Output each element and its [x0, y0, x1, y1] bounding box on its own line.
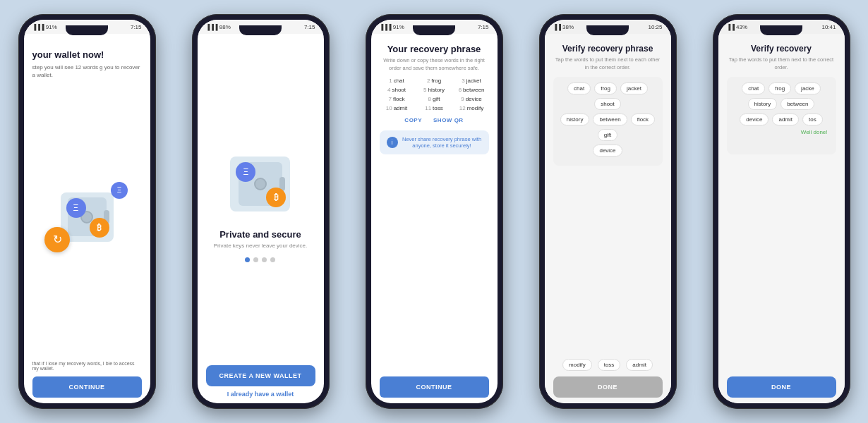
verify-title5: Verify recovery: [727, 44, 836, 54]
word-item-chat: 1chat: [380, 78, 414, 84]
word-chips-area5: chat frog jacke history between device a…: [727, 77, 836, 154]
chip5-chat[interactable]: chat: [742, 82, 765, 94]
continue-button3[interactable]: CONTINUE: [380, 376, 489, 398]
signal-icon3: ▐▐▐ 91%: [380, 24, 404, 30]
info-icon: i: [387, 137, 398, 148]
chip-toss[interactable]: toss: [598, 359, 621, 371]
chip5-tos[interactable]: tos: [802, 114, 823, 125]
time-display4: 10:25: [648, 24, 662, 30]
signal-icon: ▐▐▐ 91%: [32, 24, 57, 30]
chips-row3-5: device admit tos: [733, 114, 831, 125]
chip5-admit[interactable]: admit: [772, 114, 799, 125]
done-button5[interactable]: DONE: [727, 376, 836, 398]
create-wallet-button[interactable]: CREATE A NEW WALLET: [206, 365, 315, 386]
show-qr-button[interactable]: SHOW QR: [433, 117, 464, 123]
time-display3: 7:15: [478, 24, 489, 30]
bottom-chips-area4: modify toss admit: [553, 353, 663, 376]
chips-row3-4: device: [559, 145, 657, 157]
phone5-notch: [760, 25, 802, 35]
chip5-jacket[interactable]: jacke: [795, 82, 821, 94]
phone1-subtitle: step you will see 12 words g you to reco…: [32, 63, 142, 79]
chip-chat[interactable]: chat: [567, 82, 591, 94]
phone3-screen: ▐▐▐ 91% 7:15 Your recovery phrase Write …: [371, 20, 498, 403]
done-button4[interactable]: DONE: [553, 376, 663, 398]
recovery-phrase-sub: Write down or copy these words in the ri…: [380, 57, 489, 72]
verify-title4: Verify recovery phrase: [553, 44, 663, 54]
signal-icon2: ▐▐▐ 88%: [206, 24, 231, 30]
phone2-content: Ξ ₿ Private and secure Private keys neve…: [198, 34, 324, 403]
already-have-wallet-link[interactable]: I already have a wallet: [206, 391, 315, 398]
chips-row2-5: history between: [733, 98, 831, 110]
chip5-history[interactable]: history: [748, 98, 778, 110]
phone1-notch: [66, 25, 108, 35]
phone4-notch: [586, 25, 629, 35]
phone3-top: Your recovery phrase Write down or copy …: [380, 44, 489, 160]
phone2-buttons: CREATE A NEW WALLET I already have a wal…: [206, 365, 315, 398]
phone1-bottom: that if I lose my recovery words, I ble …: [32, 358, 142, 398]
words-grid: 1chat2frog3jacket4shoot5history6between7…: [380, 78, 489, 111]
phone4-screen: ▐▐ 38% 10:25 Verify recovery phrase Tap …: [545, 20, 671, 403]
eth-coin2: Ξ: [236, 162, 255, 182]
safe-illustration: Ξ ₿ ↻ Ξ: [52, 185, 122, 249]
chip-modify[interactable]: modify: [562, 359, 592, 371]
chips-row1-5: chat frog jacke: [733, 82, 831, 94]
phone2: ▐▐▐ 88% 7:15 Ξ ₿: [192, 14, 330, 409]
phone1-content: your wallet now! step you will see 12 wo…: [24, 34, 150, 403]
chip-history[interactable]: history: [560, 114, 590, 125]
recovery-phrase-title: Your recovery phrase: [380, 44, 489, 54]
chip-flock[interactable]: flock: [631, 114, 655, 125]
private-secure-title: Private and secure: [219, 229, 301, 240]
word-item-toss: 11toss: [417, 105, 452, 111]
phone1-wrapper: ▐▐▐ 91% 7:15 your wallet now! step you w…: [0, 7, 174, 416]
chip5-device[interactable]: device: [740, 114, 768, 125]
phone3: ▐▐▐ 91% 7:15 Your recovery phrase Write …: [366, 14, 503, 409]
dots-indicator: [245, 257, 275, 262]
phone5-content: Verify recovery Tap the words to put the…: [718, 34, 845, 403]
chip-gift[interactable]: gift: [598, 129, 618, 141]
chip-shoot[interactable]: shoot: [594, 98, 621, 110]
word-item-shoot: 4shoot: [380, 87, 414, 93]
phone4-content: Verify recovery phrase Tap the words to …: [545, 34, 671, 403]
safe-body2: Ξ ₿: [230, 157, 290, 212]
chip-jacket[interactable]: jacket: [620, 82, 648, 94]
word-item-history: 5history: [417, 87, 452, 93]
word-item-gift: 8gift: [417, 96, 452, 102]
phone3-content: Your recovery phrase Write down or copy …: [371, 34, 498, 403]
chip-between[interactable]: between: [593, 114, 627, 125]
phone4: ▐▐ 38% 10:25 Verify recovery phrase Tap …: [539, 14, 677, 409]
eth-coin: Ξ: [66, 198, 86, 218]
copy-row: COPY SHOW QR: [380, 117, 489, 123]
dot-2: [253, 257, 258, 262]
chip-admit[interactable]: admit: [626, 359, 653, 371]
chip5-between[interactable]: between: [780, 98, 814, 110]
chips-row2-4: history between flock gift: [559, 114, 657, 141]
chips-row1-4: chat frog jacket shoot: [559, 82, 657, 110]
bottom-note: that if I lose my recovery words, I ble …: [32, 361, 142, 371]
phone2-screen: ▐▐▐ 88% 7:15 Ξ ₿: [198, 20, 324, 403]
continue-button[interactable]: CONTINUE: [32, 376, 142, 398]
btc-coin2: ₿: [266, 188, 286, 207]
eth-small-coin: Ξ: [111, 182, 128, 199]
chip5-frog[interactable]: frog: [768, 82, 791, 94]
copy-button[interactable]: COPY: [404, 117, 422, 123]
signal-icon5: ▐▐ 43%: [727, 24, 748, 30]
phone4-top: Verify recovery phrase Tap the words to …: [553, 44, 663, 171]
phone2-notch: [239, 25, 282, 35]
phone4-wrapper: ▐▐ 38% 10:25 Verify recovery phrase Tap …: [521, 7, 694, 416]
phone4-bottom: modify toss admit DONE: [553, 353, 663, 398]
phone1-screen: ▐▐▐ 91% 7:15 your wallet now! step you w…: [24, 20, 150, 403]
phones-container: ▐▐▐ 91% 7:15 your wallet now! step you w…: [0, 0, 868, 423]
warning-text: Never share recovery phrase with anyone,…: [402, 136, 482, 149]
phone5: ▐▐ 43% 10:41 Verify recovery Tap the wor…: [713, 14, 850, 409]
chip-frog[interactable]: frog: [594, 82, 617, 94]
safe-dial2: [254, 178, 267, 190]
btc-coin: ₿: [90, 218, 109, 238]
phone2-main: Ξ ₿ Private and secure Private keys neve…: [214, 48, 308, 365]
chip-device[interactable]: device: [593, 145, 622, 157]
dot-4: [270, 257, 275, 262]
phone5-wrapper: ▐▐ 43% 10:41 Verify recovery Tap the wor…: [694, 7, 868, 416]
phone1: ▐▐▐ 91% 7:15 your wallet now! step you w…: [18, 14, 156, 409]
word-item-admit: 10admit: [380, 105, 414, 111]
safe-illustration2: Ξ ₿: [222, 150, 299, 217]
verify-sub4: Tap the words to put them next to each o…: [553, 56, 663, 71]
